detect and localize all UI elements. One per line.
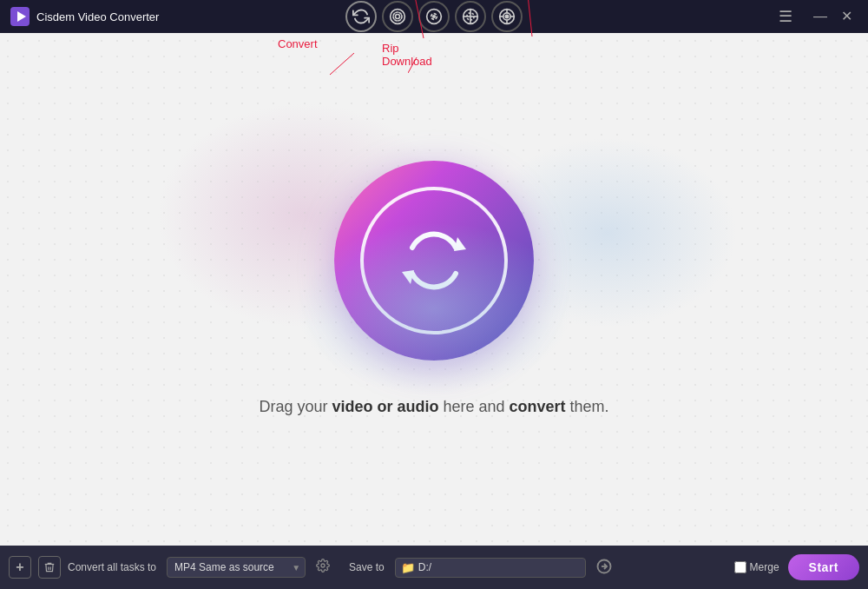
right-controls: Merge Start bbox=[734, 554, 859, 580]
svg-point-14 bbox=[505, 15, 508, 17]
center-icon bbox=[334, 161, 534, 361]
folder-icon: 📁 bbox=[401, 561, 415, 574]
settings-button[interactable] bbox=[312, 555, 333, 579]
toolbar-edit-button[interactable] bbox=[491, 1, 523, 32]
svg-point-4 bbox=[393, 12, 402, 21]
minimize-button[interactable]: — bbox=[808, 6, 832, 27]
main-drop-area[interactable]: Drag your video or audio here and conver… bbox=[0, 33, 868, 546]
titlebar: Cisdem Video Converter bbox=[0, 0, 868, 33]
save-to-label: Save to bbox=[349, 561, 385, 573]
format-select-wrapper: MP4 Same as source MP4 MKV AVI MOV ▼ bbox=[167, 557, 306, 578]
svg-marker-24 bbox=[402, 270, 414, 284]
save-path-wrapper: 📁 D:/ bbox=[395, 558, 586, 578]
toolbar-burn-button[interactable] bbox=[418, 1, 450, 32]
merge-area: Merge bbox=[734, 561, 779, 573]
save-path-text: D:/ bbox=[418, 561, 580, 573]
toolbar bbox=[345, 1, 523, 32]
merge-checkbox[interactable] bbox=[734, 561, 746, 573]
arrow-right-icon bbox=[596, 559, 612, 574]
menu-button[interactable]: ☰ bbox=[772, 3, 799, 30]
svg-marker-23 bbox=[454, 237, 466, 251]
toolbar-convert-button[interactable] bbox=[345, 1, 377, 32]
drag-text-static2: here and bbox=[438, 398, 509, 415]
close-button[interactable]: ✕ bbox=[836, 6, 858, 27]
open-folder-button[interactable] bbox=[596, 559, 612, 577]
svg-point-7 bbox=[433, 16, 436, 18]
drag-instruction: Drag your video or audio here and conver… bbox=[259, 395, 608, 419]
toolbar-compress-button[interactable] bbox=[455, 1, 486, 32]
start-button[interactable]: Start bbox=[788, 554, 859, 580]
convert-arrows-icon bbox=[395, 222, 473, 300]
inner-ring bbox=[360, 187, 508, 334]
bottombar: + Convert all tasks to MP4 Same as sourc… bbox=[0, 546, 868, 589]
add-file-button[interactable]: + bbox=[9, 556, 31, 579]
drag-text-bold1: video or audio bbox=[332, 398, 438, 415]
format-select[interactable]: MP4 Same as source MP4 MKV AVI MOV bbox=[167, 557, 306, 578]
svg-point-3 bbox=[396, 15, 400, 19]
app-logo-area: Cisdem Video Converter bbox=[10, 7, 159, 26]
gear-icon bbox=[316, 559, 330, 572]
drag-text-static1: Drag your bbox=[259, 398, 332, 415]
add-icon: + bbox=[16, 559, 23, 575]
drag-text-static3: them. bbox=[566, 398, 609, 415]
merge-label[interactable]: Merge bbox=[750, 561, 779, 573]
svg-point-25 bbox=[321, 564, 325, 567]
window-controls: ☰ — ✕ bbox=[772, 3, 858, 30]
drag-text-bold2: convert bbox=[510, 398, 566, 415]
delete-button[interactable] bbox=[38, 556, 61, 579]
toolbar-rip-button[interactable] bbox=[382, 1, 413, 32]
trash-icon bbox=[43, 561, 56, 573]
convert-circle bbox=[334, 161, 534, 361]
app-logo-icon bbox=[10, 7, 30, 26]
app-title: Cisdem Video Converter bbox=[36, 10, 159, 23]
convert-all-label: Convert all tasks to bbox=[68, 561, 156, 573]
